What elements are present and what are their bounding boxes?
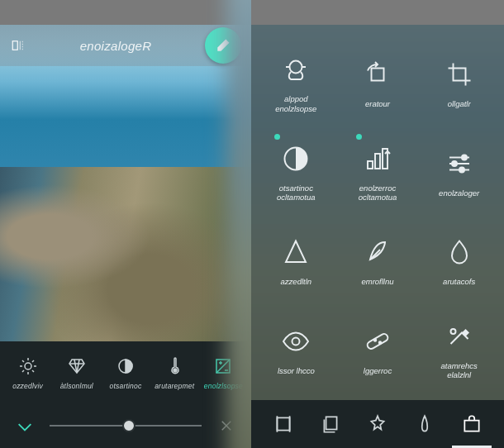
slider-bar	[0, 403, 251, 448]
auto-fix-icon	[361, 142, 394, 175]
svg-point-3	[25, 363, 31, 369]
svg-rect-30	[375, 154, 380, 169]
feather-icon	[361, 236, 394, 269]
grid-label: enolzerroc ocltamotua	[359, 183, 397, 203]
grid-label: eratour	[365, 99, 390, 108]
grid-doppia-esposizione[interactable]: alppod enolzlsopse	[258, 41, 335, 126]
rotate-icon	[361, 58, 394, 91]
photo-canvas[interactable]: enoizalogeR	[0, 25, 251, 341]
status-bar	[251, 0, 504, 25]
tool-label: àtlsonlmul	[60, 382, 93, 390]
adjustment-slider[interactable]	[50, 417, 202, 434]
grid-ruotare[interactable]: eratour	[340, 41, 416, 126]
thermometer-icon	[164, 355, 185, 377]
grid-sfocatura[interactable]: arutacofs	[421, 219, 497, 303]
svg-line-8	[22, 360, 24, 362]
grid-occhi-rossi[interactable]: lssor lhcco	[258, 308, 335, 393]
grid-label: lggerroc	[364, 366, 392, 375]
svg-rect-47	[326, 417, 336, 429]
contrast-icon	[115, 355, 136, 377]
svg-point-37	[459, 167, 464, 172]
grid-regolazione[interactable]: enolzaloger	[421, 131, 497, 215]
grid-correzione-auto[interactable]: enolzerroc ocltamotua	[340, 131, 416, 215]
grid-correggi[interactable]: lggerroc	[340, 308, 416, 393]
nav-effects-icon[interactable]	[366, 412, 389, 436]
tools-grid: alppod enolzlsopse eratour ollgatlr otsa…	[251, 25, 504, 400]
svg-rect-29	[368, 161, 373, 169]
grid-label: azzedltln	[281, 277, 312, 286]
grid-ritaglio[interactable]: ollgatlr	[421, 41, 497, 126]
tool-vividezza[interactable]: ozzedlviv	[3, 355, 52, 390]
tool-label: arutarepmet	[155, 382, 194, 390]
svg-point-33	[462, 155, 467, 160]
svg-rect-48	[465, 421, 479, 431]
grid-contrasto-auto[interactable]: otsartinoc ocltamotua	[258, 131, 335, 215]
nav-brush-icon[interactable]	[413, 412, 436, 436]
confirm-icon[interactable]	[15, 416, 35, 436]
grid-label: otsartinoc ocltamotua	[277, 183, 315, 203]
nav-tools-icon[interactable]	[460, 412, 483, 436]
blur-icon	[443, 236, 476, 269]
sun-icon	[17, 355, 39, 377]
tool-luminosita[interactable]: àtlsonlmul	[52, 355, 101, 390]
grid-label: alppod enolzlsopse	[275, 94, 316, 113]
svg-rect-44	[277, 417, 289, 430]
grid-label: ollgatlr	[448, 99, 471, 108]
eye-icon	[279, 325, 312, 358]
diamond-icon	[66, 355, 88, 377]
svg-point-39	[292, 337, 300, 345]
grid-label: arutacofs	[443, 277, 475, 286]
tool-label: ozzedlviv	[12, 382, 43, 390]
tool-label: otsartinoc	[110, 382, 142, 390]
grid-schermata-iniziale[interactable]: atamrehcs elalzlnl	[421, 308, 497, 393]
slider-thumb[interactable]	[122, 419, 136, 432]
grid-label: atamrehcs elalzlnl	[440, 361, 477, 380]
splash-icon	[443, 320, 476, 353]
svg-point-42	[379, 341, 381, 343]
svg-line-11	[32, 360, 34, 362]
tool-contrasto[interactable]: otsartinoc	[101, 355, 150, 390]
nav-frames-icon[interactable]	[272, 412, 295, 436]
tools-menu-panel: alppod enolzlsopse eratour ollgatlr otsa…	[251, 0, 504, 448]
svg-rect-0	[12, 41, 17, 50]
grid-label: enolzaloger	[439, 188, 479, 198]
crop-icon	[443, 58, 476, 91]
svg-rect-27	[371, 69, 383, 81]
svg-line-9	[32, 370, 34, 372]
nav-layers-icon[interactable]	[319, 412, 342, 436]
svg-point-43	[450, 329, 455, 334]
indicator-dot	[356, 134, 362, 140]
bandage-icon	[361, 325, 394, 358]
adjustment-toolbar: ozzedlviv àtlsonlmul otsartinoc arutarep…	[0, 341, 251, 403]
sliders-icon	[443, 147, 476, 180]
bottom-nav	[251, 400, 504, 448]
svg-point-35	[452, 161, 457, 166]
grid-uniforme[interactable]: emrofllnu	[340, 219, 416, 303]
svg-rect-40	[366, 332, 389, 350]
auto-contrast-icon	[279, 142, 312, 175]
header-title: enoizalogeR	[80, 39, 152, 53]
status-bar	[0, 0, 251, 25]
sharpen-icon	[279, 236, 312, 269]
editor-panel: enoizalogeR ozzedlviv àtlsonlmul otsarti…	[0, 0, 251, 448]
tool-temperatura[interactable]: arutarepmet	[150, 355, 199, 390]
svg-point-16	[174, 369, 177, 372]
grid-label: emrofllnu	[361, 277, 393, 286]
svg-line-10	[22, 370, 24, 372]
double-exposure-icon	[279, 53, 312, 86]
grid-nitidezza[interactable]: azzedltln	[258, 219, 335, 303]
compare-icon[interactable]	[10, 37, 26, 54]
svg-point-24	[290, 61, 302, 74]
grid-label: lssor lhcco	[278, 366, 315, 375]
svg-point-41	[374, 339, 376, 341]
editor-header: enoizalogeR	[0, 25, 251, 66]
indicator-dot	[274, 134, 280, 140]
